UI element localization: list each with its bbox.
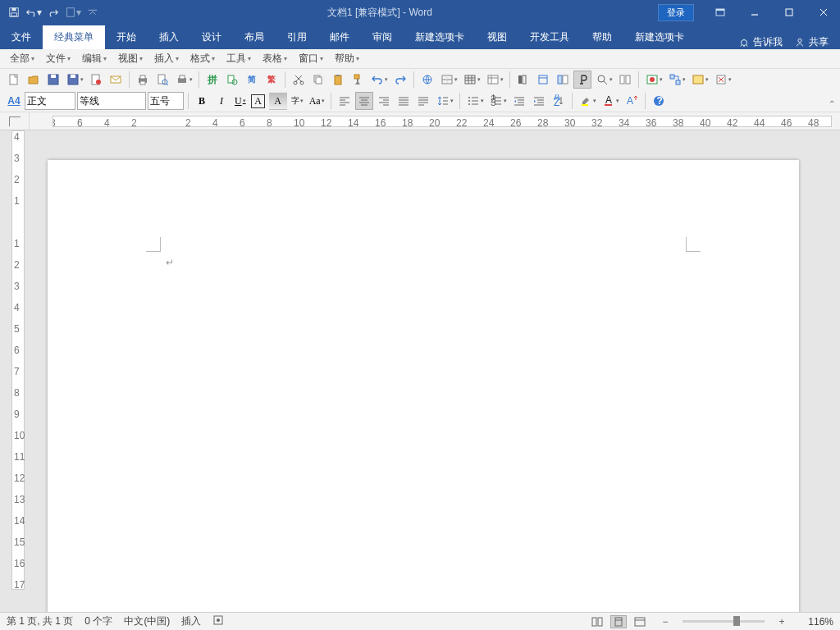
quick-print-icon[interactable]: ▾ [173, 71, 194, 89]
menu-file[interactable]: 文件▾ [41, 49, 75, 68]
minimize-icon[interactable] [738, 0, 771, 25]
justify-button[interactable] [395, 92, 413, 110]
tab-layout[interactable]: 布局 [233, 25, 276, 49]
save-icon[interactable] [5, 3, 23, 21]
macro-recorder-icon[interactable] [212, 614, 224, 628]
tab-developer[interactable]: 开发工具 [518, 25, 581, 49]
decrease-indent-button[interactable] [510, 92, 528, 110]
tab-mailings[interactable]: 邮件 [318, 25, 361, 49]
bullets-button[interactable]: ▾ [464, 92, 486, 110]
font-size-select[interactable] [148, 92, 184, 110]
touch-mode-icon[interactable]: ▾ [64, 3, 82, 21]
drawing-icon[interactable] [534, 71, 552, 89]
insert-frame-icon[interactable]: ▾ [689, 71, 710, 89]
zoom-in-button[interactable]: + [776, 616, 788, 628]
word-count-icon[interactable]: 简 [243, 71, 261, 89]
styles-icon[interactable]: A4 [5, 92, 23, 110]
zoom-level[interactable]: 116% [799, 616, 833, 628]
login-button[interactable]: 登录 [658, 4, 694, 21]
save-as-icon[interactable]: ▾ [64, 71, 85, 89]
highlight-button[interactable]: ▾ [577, 92, 598, 110]
tab-file[interactable]: 文件 [0, 25, 43, 49]
tab-review[interactable]: 审阅 [361, 25, 404, 49]
align-center-button[interactable] [355, 92, 373, 110]
zoom-out-button[interactable]: − [660, 616, 671, 628]
show-hide-icon[interactable] [573, 71, 591, 89]
page-indicator[interactable]: 第 1 页, 共 1 页 [7, 614, 73, 628]
zoom-icon[interactable]: ▾ [593, 71, 614, 89]
view-read-mode-icon[interactable] [589, 615, 605, 628]
menu-insert[interactable]: 插入▾ [149, 49, 184, 68]
save-icon-tb[interactable] [44, 71, 62, 89]
qat-customize-icon[interactable] [84, 3, 102, 21]
menu-format[interactable]: 格式▾ [185, 49, 220, 68]
zoom-slider[interactable] [682, 620, 765, 623]
share-button[interactable]: 共享 [794, 35, 829, 49]
align-right-button[interactable] [375, 92, 393, 110]
distributed-button[interactable] [414, 92, 432, 110]
view-side-icon[interactable] [616, 71, 634, 89]
increase-indent-button[interactable] [530, 92, 548, 110]
horizontal-ruler[interactable]: 8642246810121416182022242628303234363840… [52, 116, 832, 127]
word-count[interactable]: 0 个字 [84, 614, 112, 628]
translate-icon[interactable]: 繁 [262, 71, 281, 89]
tell-me-button[interactable]: 告诉我 [738, 35, 783, 49]
insert-excel-icon[interactable]: ▾ [484, 71, 505, 89]
grow-font-button[interactable]: A [623, 92, 641, 110]
view-print-layout-icon[interactable] [610, 615, 627, 628]
undo-icon[interactable]: ▾ [25, 3, 43, 21]
undo-icon-tb[interactable]: ▾ [368, 71, 390, 89]
redo-icon-tb[interactable] [391, 71, 409, 89]
print-icon[interactable] [134, 71, 152, 89]
new-doc-icon[interactable] [5, 71, 23, 89]
columns-icon[interactable] [514, 71, 532, 89]
menu-window[interactable]: 窗口▾ [294, 49, 328, 68]
email-icon[interactable] [107, 71, 125, 89]
tab-newtab-1[interactable]: 新建选项卡 [404, 25, 476, 49]
menu-all[interactable]: 全部▾ [5, 49, 39, 68]
language-indicator[interactable]: 中文(中国) [124, 614, 170, 628]
spellcheck-icon[interactable]: 拼 [203, 71, 221, 89]
menu-view[interactable]: 视图▾ [113, 49, 148, 68]
print-preview-icon[interactable] [153, 71, 171, 89]
tab-selector[interactable] [0, 112, 30, 130]
tab-insert[interactable]: 插入 [148, 25, 190, 49]
insert-table-icon[interactable]: ▾ [461, 71, 482, 89]
italic-button[interactable]: I [212, 92, 231, 110]
line-spacing-button[interactable]: ▾ [434, 92, 455, 110]
view-web-layout-icon[interactable] [632, 615, 648, 628]
format-painter-icon[interactable] [349, 71, 367, 89]
insert-mode[interactable]: 插入 [181, 614, 201, 628]
tab-newtab-2[interactable]: 新建选项卡 [623, 25, 696, 49]
page-scroll-area[interactable]: ↵ [28, 130, 840, 612]
char-border-button[interactable]: A [249, 92, 267, 110]
tab-view[interactable]: 视图 [476, 25, 518, 49]
help-button[interactable]: ? [650, 92, 668, 110]
menu-table[interactable]: 表格▾ [258, 49, 292, 68]
phonetic-guide-button[interactable]: 字▾ [289, 92, 305, 110]
copy-icon[interactable] [309, 71, 327, 89]
insert-diagram-icon[interactable]: ▾ [666, 71, 687, 89]
tab-design[interactable]: 设计 [190, 25, 233, 49]
numbering-button[interactable]: 123▾ [487, 92, 509, 110]
sort-button[interactable]: AZ [550, 92, 568, 110]
tables-borders-icon[interactable]: ▾ [438, 71, 459, 89]
research-icon[interactable] [223, 71, 241, 89]
tab-references[interactable]: 引用 [276, 25, 318, 49]
font-select[interactable] [77, 92, 146, 110]
underline-button[interactable]: U▾ [232, 92, 248, 110]
style-select[interactable] [25, 92, 75, 110]
insert-hyperlink-icon[interactable] [418, 71, 436, 89]
tab-home[interactable]: 开始 [105, 25, 148, 49]
vertical-ruler[interactable]: 43211234567891011121314151617 [8, 130, 28, 612]
doc-map-icon[interactable] [554, 71, 572, 89]
close-icon[interactable] [807, 0, 840, 25]
ribbon-display-icon[interactable] [704, 0, 737, 25]
menu-help[interactable]: 帮助▾ [330, 49, 364, 68]
collapse-ribbon-icon[interactable]: ⌃ [829, 99, 835, 108]
redo-icon[interactable] [44, 3, 62, 21]
open-icon[interactable] [25, 71, 43, 89]
tab-help[interactable]: 帮助 [581, 25, 623, 49]
special-symbol-icon[interactable]: ▾ [643, 71, 664, 89]
change-case-button[interactable]: Aa▾ [307, 92, 326, 110]
